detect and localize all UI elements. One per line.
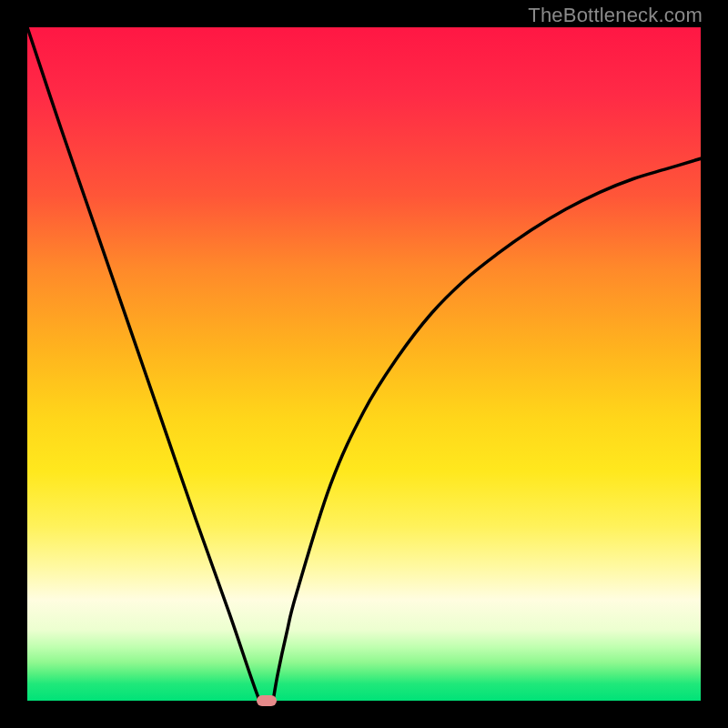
bottleneck-curve	[27, 27, 701, 701]
chart-frame: TheBottleneck.com	[0, 0, 728, 728]
chart-plot-area	[27, 27, 701, 701]
watermark-text: TheBottleneck.com	[528, 4, 703, 27]
optimal-point-marker	[257, 695, 277, 706]
